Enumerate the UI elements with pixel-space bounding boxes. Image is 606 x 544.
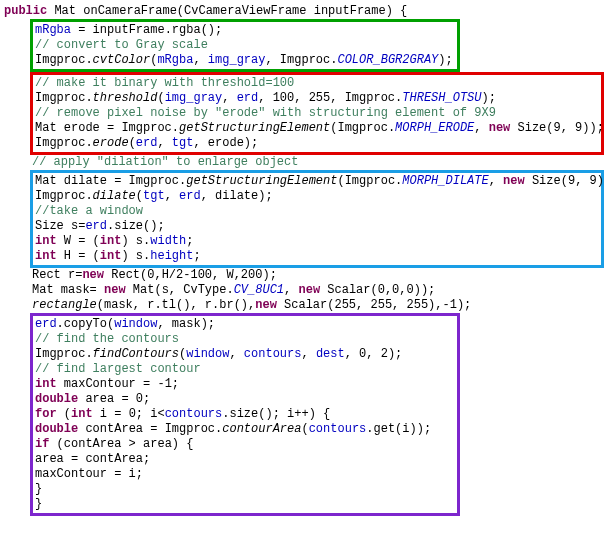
code-line: double contArea = Imgproc.contourArea(co… [33,422,457,437]
code-line: int H = (int) s.height; [33,249,601,264]
code-line: Rect r=new Rect(0,H/2-100, W,200); [4,268,602,283]
box-gray-scale: mRgba = inputFrame.rgba(); // convert to… [30,19,460,72]
kw-public: public [4,4,47,18]
code-line: Imgproc.threshold(img_gray, erd, 100, 25… [33,91,601,106]
code-line: Imgproc.dilate(tgt, erd, dilate); [33,189,601,204]
code-line: maxContour = i; [33,467,457,482]
box-threshold-erode: // make it binary with threshold=100 Img… [30,72,604,155]
code-line: int maxContour = -1; [33,377,457,392]
method-signature: public Mat onCameraFrame(CvCameraViewFra… [4,4,602,19]
box-contours: erd.copyTo(window, mask); // find the co… [30,313,460,516]
code-line: Imgproc.erode(erd, tgt, erode); [33,136,601,151]
box-dilate-window: Mat dilate = Imgproc.getStructuringEleme… [30,170,604,268]
code-line: Imgproc.findContours(window, contours, d… [33,347,457,362]
code-line: int W = (int) s.width; [33,234,601,249]
code-line: double area = 0; [33,392,457,407]
comment: // make it binary with threshold=100 [33,76,601,91]
code-line: Mat erode = Imgproc.getStructuringElemen… [33,121,601,136]
code-line: if (contArea > area) { [33,437,457,452]
code-line: } [33,482,457,497]
comment: //take a window [33,204,601,219]
comment: // apply "dilation" to enlarge object [4,155,602,170]
comment: // find the contours [33,332,457,347]
code-line: } [33,497,457,512]
code-line: for (int i = 0; i<contours.size(); i++) … [33,407,457,422]
code-line: Size s=erd.size(); [33,219,601,234]
comment: // convert to Gray scale [33,38,457,53]
code-line: erd.copyTo(window, mask); [33,317,457,332]
code-line: rectangle(mask, r.tl(), r.br(),new Scala… [4,298,602,313]
code-line: Mat mask= new Mat(s, CvType.CV_8UC1, new… [4,283,602,298]
comment: // find largest contour [33,362,457,377]
code-line: area = contArea; [33,452,457,467]
code-line: Mat dilate = Imgproc.getStructuringEleme… [33,174,601,189]
code-line: Imgproc.cvtColor(mRgba, img_gray, Imgpro… [33,53,457,68]
code-line: mRgba = inputFrame.rgba(); [33,23,457,38]
code-block: public Mat onCameraFrame(CvCameraViewFra… [4,4,602,516]
comment: // remove pixel noise by "erode" with st… [33,106,601,121]
